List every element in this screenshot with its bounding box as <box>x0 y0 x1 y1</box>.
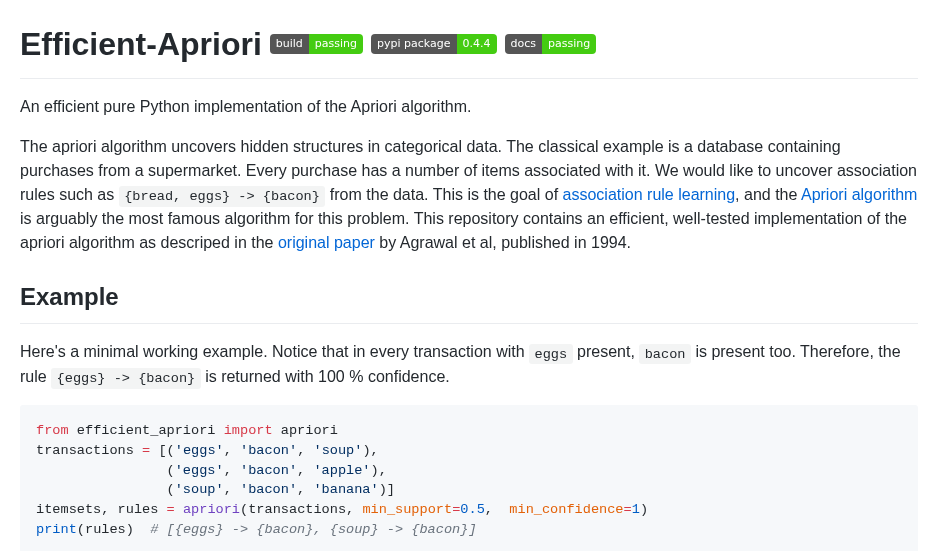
badge-pypi[interactable]: pypi package 0.4.4 <box>371 34 496 54</box>
title-text: Efficient-Apriori <box>20 20 262 68</box>
badge-build[interactable]: build passing <box>270 34 363 54</box>
badge-docs[interactable]: docs passing <box>505 34 597 54</box>
inline-code-eggs: eggs <box>529 344 573 364</box>
example-heading: Example <box>20 279 918 324</box>
link-original-paper[interactable]: original paper <box>278 234 375 251</box>
link-apriori-algorithm[interactable]: Apriori algorithm <box>801 186 917 203</box>
inline-code-rule2: {eggs} -> {bacon} <box>51 368 201 388</box>
code-block: from efficient_apriori import apriori tr… <box>20 405 918 551</box>
inline-code-rule: {bread, eggs} -> {bacon} <box>119 186 326 206</box>
example-paragraph: Here's a minimal working example. Notice… <box>20 340 918 389</box>
intro-paragraph: An efficient pure Python implementation … <box>20 95 918 119</box>
inline-code-bacon: bacon <box>639 344 691 364</box>
link-association-rule-learning[interactable]: association rule learning <box>563 186 736 203</box>
page-title: Efficient-Apriori build passing pypi pac… <box>20 20 918 79</box>
description-paragraph: The apriori algorithm uncovers hidden st… <box>20 135 918 255</box>
